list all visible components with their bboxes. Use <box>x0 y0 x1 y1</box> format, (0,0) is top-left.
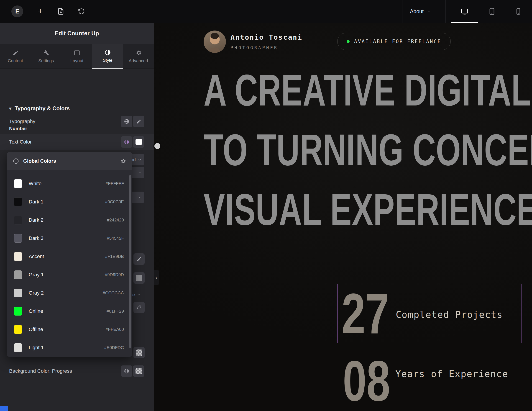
gear-icon[interactable] <box>120 158 126 164</box>
device-tablet-icon[interactable] <box>488 7 496 16</box>
headline-line-2: TO TURNING CONCEPTS <box>204 124 532 175</box>
caret-down-icon: ▾ <box>9 106 11 111</box>
info-icon[interactable] <box>13 158 19 164</box>
transparent-color-swatch-button[interactable] <box>133 347 145 358</box>
headline-line-3: VISUAL EXPERIENCES <box>204 184 532 235</box>
global-color-list: White #FFFFFF Dark 1 #0C0C0E Dark 2 #242… <box>7 170 132 357</box>
progress-color-swatch-button[interactable] <box>133 365 144 377</box>
color-swatch <box>14 325 22 334</box>
top-bar: E + About <box>0 0 532 23</box>
color-row-gray-2[interactable]: Gray 2 #CCCCCC <box>7 284 132 302</box>
text-color-controls <box>121 136 144 148</box>
color-row-accent[interactable]: Accent #F1E9DB <box>7 248 132 266</box>
profile-name: Antonio Toscani <box>230 33 303 41</box>
history-icon[interactable] <box>77 8 85 15</box>
counter-value[interactable]: 08 <box>343 353 390 410</box>
link-icon <box>137 305 142 310</box>
tab-settings[interactable]: Settings <box>31 44 61 68</box>
color-row-white[interactable]: White #FFFFFF <box>7 174 132 193</box>
device-desktop-icon[interactable] <box>460 7 469 16</box>
text-color-swatch-button[interactable] <box>133 136 144 148</box>
counter-widget-selected[interactable]: 27 Completed Projects <box>337 284 522 343</box>
elementor-logo[interactable]: E <box>11 5 23 17</box>
chevron-down-icon <box>138 195 142 199</box>
typography-label: Typography <box>9 118 35 124</box>
color-row-online[interactable]: Online #01FF29 <box>7 302 132 320</box>
transparent-swatch <box>135 368 142 374</box>
counter-label: Years of Experience <box>395 369 508 379</box>
avatar <box>204 30 226 53</box>
color-row-dark-1[interactable]: Dark 1 #0C0C0E <box>7 193 132 211</box>
section-title: Typography & Colors <box>15 105 70 112</box>
tab-advanced[interactable]: Advanced <box>123 44 154 68</box>
edit-typography-button[interactable] <box>133 116 144 127</box>
color-hex: #01FF29 <box>107 309 124 314</box>
chevron-left-icon: ‹ <box>155 274 157 281</box>
panel-collapse-button[interactable]: ‹ <box>154 270 159 285</box>
device-mobile-icon[interactable] <box>514 7 522 16</box>
color-swatch <box>14 198 22 206</box>
text-color-row: Text Color <box>0 134 154 150</box>
gear-icon <box>135 50 142 56</box>
popup-scrollbar[interactable] <box>129 175 131 348</box>
about-menu[interactable]: About <box>410 0 431 23</box>
color-name: Light 1 <box>29 345 44 351</box>
section-typography-colors[interactable]: ▾ Typography & Colors <box>9 105 70 112</box>
global-colors-popup: Global Colors White #FFFFFF Dark 1 #0C0C… <box>7 152 132 357</box>
tab-content[interactable]: Content <box>0 44 31 68</box>
topbar-separator <box>446 0 446 23</box>
color-swatch <box>14 252 22 261</box>
preview-canvas: Antonio Toscani PHOTOGRAPHER AVAILABLE F… <box>154 23 532 411</box>
globe-icon <box>124 119 129 124</box>
availability-badge[interactable]: AVAILABLE FOR FREELANCE <box>337 33 451 50</box>
tab-label: Content <box>8 58 23 63</box>
color-row-dark-2[interactable]: Dark 2 #242429 <box>7 211 132 229</box>
global-color-icon-button[interactable] <box>121 136 132 148</box>
globe-icon <box>124 368 129 374</box>
contrast-icon <box>104 49 111 56</box>
color-row-offline[interactable]: Offline #FFEA00 <box>7 320 132 339</box>
link-values-button[interactable] <box>133 302 145 313</box>
badge-label: AVAILABLE FOR FREELANCE <box>354 39 441 44</box>
typography-controls <box>121 116 144 127</box>
corner-accent <box>0 406 8 411</box>
edit-stroke-button[interactable] <box>133 253 145 265</box>
unit-select[interactable]: px <box>131 292 141 297</box>
color-swatch <box>14 234 22 243</box>
tab-label: Style <box>103 58 112 63</box>
color-name: Dark 3 <box>29 235 44 241</box>
hero-headline: A CREATIVE DIGITAL TO TURNING CONCEPTS V… <box>204 60 532 239</box>
pencil-icon <box>12 50 19 56</box>
global-color-icon-button[interactable] <box>121 365 132 377</box>
color-row-dark-3[interactable]: Dark 3 #54545F <box>7 229 132 248</box>
background-progress-row: Background Color: Progress <box>0 363 154 379</box>
color-row-gray-1[interactable]: Gray 1 #9D9D9D <box>7 266 132 284</box>
topbar-separator <box>402 0 402 23</box>
stroke-color-swatch-button[interactable] <box>133 272 145 284</box>
tab-style[interactable]: Style <box>92 44 123 68</box>
color-name: White <box>29 181 41 187</box>
add-page-icon[interactable] <box>57 8 65 15</box>
color-name: Dark 2 <box>29 217 44 223</box>
tab-layout[interactable]: Layout <box>61 44 92 68</box>
global-colors-header: Global Colors <box>7 152 132 170</box>
gray-color-swatch <box>136 275 142 281</box>
current-color-swatch <box>135 139 142 145</box>
about-label: About <box>410 9 424 15</box>
panel-title: Edit Counter Up <box>55 30 99 37</box>
counter-value: 27 <box>342 285 389 342</box>
pencil-icon <box>137 257 142 262</box>
global-typography-icon-button[interactable] <box>121 116 132 127</box>
color-hex: #242429 <box>107 218 124 223</box>
add-element-icon[interactable]: + <box>37 8 44 15</box>
color-row-light-1[interactable]: Light 1 #E0DFDC <box>7 339 132 357</box>
text-color-label: Text Color <box>9 139 32 145</box>
section-divider <box>337 409 532 409</box>
color-hex: #9D9D9D <box>105 272 124 277</box>
color-hex: #54545F <box>107 236 124 241</box>
color-hex: #CCCCCC <box>103 290 124 296</box>
panel-resize-handle[interactable] <box>154 143 160 149</box>
color-swatch <box>14 179 22 188</box>
color-name: Gray 1 <box>29 272 44 278</box>
background-progress-controls <box>121 365 144 377</box>
